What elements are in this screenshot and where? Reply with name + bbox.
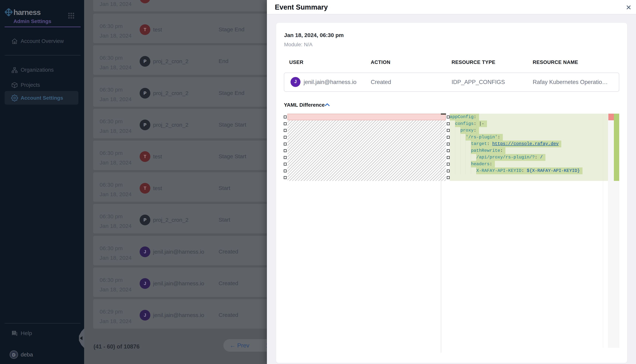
svg-text:?: ?: [13, 331, 15, 334]
